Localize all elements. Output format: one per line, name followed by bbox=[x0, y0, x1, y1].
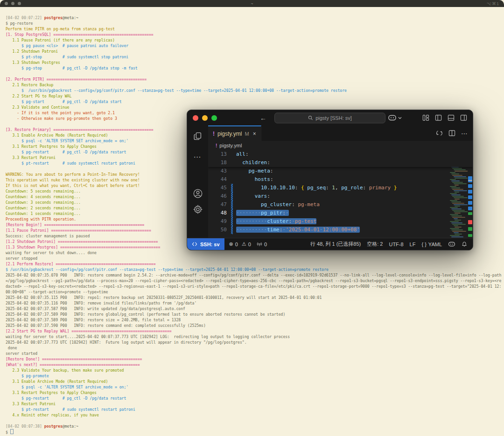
terminal-line: $ pg-start # pg_ctl -D /pg/data start bbox=[6, 99, 504, 104]
more-views-icon[interactable]: ⋯ bbox=[194, 152, 202, 161]
customize-layout-icon[interactable] bbox=[422, 114, 429, 121]
git-modified-gutter bbox=[231, 167, 233, 175]
code-editor[interactable]: 13all:18 children: 43 pg-meta:44 hosts:4… bbox=[208, 150, 473, 238]
terminal-line: 00:00+08" --target-action=promote --type… bbox=[6, 289, 504, 295]
terminal-line: [2.2 Start PG to Replay WAL] ===========… bbox=[6, 328, 504, 334]
terminal-line: 2.1 Restore Backup bbox=[6, 82, 504, 88]
terminal-line: server stopped bbox=[6, 256, 504, 261]
terminal-line: 2025-04-02 00:07:37.773 UTC [102942] HIN… bbox=[6, 339, 504, 345]
terminal-line: dacted> --repo1-s3-key-secret=<redacted>… bbox=[6, 284, 504, 289]
line-number: 13 bbox=[208, 150, 231, 159]
overview-mark bbox=[468, 180, 472, 181]
ports-indicator[interactable]: 0 bbox=[257, 242, 267, 247]
account-icon[interactable] bbox=[193, 188, 203, 199]
terminal-line: 2025-04-02 00:07:37.589 P00 INFO: restor… bbox=[6, 317, 504, 323]
terminal-line: done bbox=[6, 345, 504, 351]
tab-label: pigsty.yml bbox=[217, 131, 242, 137]
problems-indicator[interactable]: ⊗ 0 ⚠ 0 bbox=[229, 241, 251, 247]
explorer-icon[interactable] bbox=[193, 131, 203, 141]
code-line[interactable]: 49··········cluster:·pg-test bbox=[208, 217, 473, 226]
indentation-setting[interactable]: 空格: 2 bbox=[367, 241, 383, 248]
chevron-down-icon bbox=[398, 117, 402, 119]
git-modified-gutter bbox=[231, 201, 233, 209]
language-mode[interactable]: { } YAML bbox=[421, 242, 442, 247]
tab-pigsty-yml[interactable]: ! pigsty.yml M × bbox=[208, 125, 261, 141]
remote-icon bbox=[192, 242, 197, 247]
terminal-line: 2025-04-02 00:07:37.587 P00 INFO: write … bbox=[6, 306, 504, 311]
terminal-line: 3.1 Restart Postgres to Apply Changes bbox=[6, 390, 504, 395]
terminal-line: [Restore Done!] ========================… bbox=[6, 356, 504, 362]
notifications-bell-icon[interactable] bbox=[462, 241, 467, 247]
terminal-line: $ pg-restart # pg_ctl -D /pg/data restar… bbox=[6, 395, 504, 401]
line-number: 44 bbox=[208, 175, 231, 184]
overview-mark bbox=[468, 227, 472, 231]
terminal-title-bar: ~ ⌥⌘1 bbox=[0, 0, 504, 7]
overview-mark bbox=[468, 220, 472, 224]
code-line[interactable]: 43 pg-meta: bbox=[208, 167, 473, 175]
git-modified-gutter bbox=[231, 175, 233, 184]
code-line[interactable]: 48········pg_pitr:· bbox=[208, 209, 473, 217]
minimize-window-button[interactable] bbox=[202, 115, 208, 121]
terminal-line: $ bbox=[6, 429, 504, 435]
activity-bar: ⋯ bbox=[187, 125, 208, 238]
minimize-window-button[interactable] bbox=[11, 2, 14, 5]
copilot-status-icon[interactable] bbox=[448, 241, 455, 247]
line-number: 45 bbox=[208, 184, 231, 192]
vscode-window: ← → pigsty [SSH: sv] bbox=[187, 110, 473, 250]
status-bar: SSH: sv ⊗ 0 ⚠ 0 0 行 48, 列 1 (已选择85) 空格: … bbox=[187, 238, 473, 250]
code-line[interactable]: 45 10.10.10.10: { pg_seq: 1, pg_role: pr… bbox=[208, 184, 473, 192]
zoom-window-button[interactable] bbox=[18, 2, 21, 5]
line-number: 43 bbox=[208, 167, 231, 175]
toggle-sidebar-icon[interactable] bbox=[435, 114, 442, 121]
code-line[interactable]: 50··········time:·'2025-04-01·12:00:00+0… bbox=[208, 226, 473, 234]
vscode-window-controls[interactable] bbox=[193, 115, 217, 121]
command-center-search[interactable]: pigsty [SSH: sv] bbox=[274, 112, 385, 123]
settings-gear-icon[interactable] bbox=[193, 204, 203, 215]
git-modified-gutter bbox=[231, 192, 233, 201]
zoom-window-button[interactable] bbox=[211, 115, 217, 121]
close-window-button[interactable] bbox=[5, 2, 8, 5]
git-modified-gutter bbox=[231, 150, 233, 159]
yaml-file-icon: ! bbox=[216, 143, 217, 148]
terminal-line: 2025-04-02 00:07:35.115 P00 INFO: repo1:… bbox=[6, 295, 504, 300]
copilot-icon bbox=[388, 114, 397, 121]
more-actions-icon[interactable]: ⋯ bbox=[461, 130, 468, 137]
eol-setting[interactable]: LF bbox=[410, 242, 416, 247]
terminal-window-controls[interactable] bbox=[5, 2, 21, 5]
nav-back-button[interactable]: ← bbox=[260, 115, 266, 121]
code-line[interactable]: 47 pg_cluster: pg-meta bbox=[208, 201, 473, 209]
encoding-setting[interactable]: UTF-8 bbox=[389, 242, 403, 247]
git-modified-badge: M bbox=[245, 131, 249, 137]
code-line[interactable]: 46 vars: bbox=[208, 192, 473, 201]
line-number: 50 bbox=[208, 226, 231, 234]
close-window-button[interactable] bbox=[193, 115, 198, 121]
terminal-line: waiting for server to start....2025-04-0… bbox=[6, 334, 504, 339]
open-changes-icon[interactable] bbox=[436, 130, 443, 137]
git-modified-gutter bbox=[231, 184, 233, 192]
code-line[interactable]: 18 children: bbox=[208, 159, 473, 167]
terminal-line: $ pg pause <cls> # pause patroni auto fa… bbox=[6, 43, 504, 48]
line-number: 46 bbox=[208, 192, 231, 201]
terminal-line bbox=[6, 418, 504, 423]
terminal-line: $ /usr/bin/pgbackrest --config=/pg/conf/… bbox=[6, 88, 504, 93]
terminal-line: waiting for server to shut down.... done bbox=[6, 250, 504, 256]
cursor-position[interactable]: 行 48, 列 1 (已选择85) bbox=[310, 241, 361, 248]
breadcrumb[interactable]: ! pigsty.yml bbox=[208, 141, 473, 150]
terminal-line: 1.2 Shutdown Patroni bbox=[6, 48, 504, 54]
overview-mark bbox=[468, 201, 472, 205]
copilot-menu[interactable] bbox=[388, 114, 402, 121]
line-number: 49 bbox=[208, 217, 231, 226]
error-icon: ⊗ bbox=[229, 241, 233, 247]
code-line[interactable]: 44 hosts: bbox=[208, 175, 473, 184]
terminal-line: [2. Perform PITR] ======================… bbox=[6, 76, 504, 82]
split-editor-icon[interactable] bbox=[448, 130, 455, 137]
terminal-cursor bbox=[10, 429, 14, 434]
close-tab-icon[interactable]: × bbox=[253, 131, 256, 137]
toggle-secondary-sidebar-icon[interactable] bbox=[460, 114, 467, 121]
terminal-line: $ pg-promote bbox=[6, 373, 504, 379]
code-line[interactable]: 13all: bbox=[208, 150, 473, 159]
toggle-panel-icon[interactable] bbox=[448, 114, 455, 121]
remote-indicator[interactable]: SSH: sv bbox=[187, 238, 224, 250]
terminal-line: Perform time PITR on pg-meta from stanza… bbox=[6, 26, 504, 32]
terminal-line: $ pt-stop # sudo systemctl stop patroni bbox=[6, 54, 504, 60]
